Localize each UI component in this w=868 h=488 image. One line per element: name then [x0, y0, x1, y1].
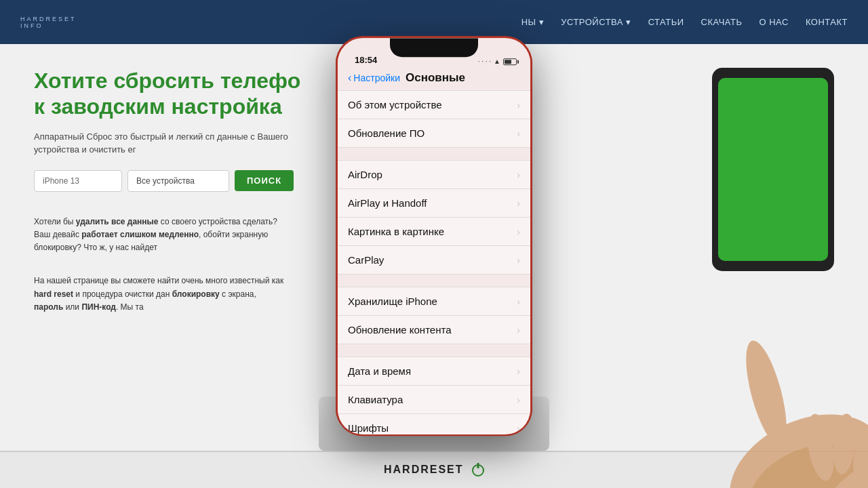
body-text-2: На нашей странице вы сможете найти очень… [0, 264, 319, 324]
settings-item-keyboard[interactable]: Клавиатура › [338, 386, 530, 414]
settings-item-label: CarPlay [348, 254, 384, 266]
settings-item-label: AirDrop [348, 169, 382, 180]
settings-group-1: Об этом устройстве › Обновление ПО › [338, 90, 530, 148]
chevron-icon: › [517, 226, 520, 237]
settings-item-fonts[interactable]: Шрифты › [338, 414, 530, 434]
phone-body: 18:54 · · · · ▲ ‹ Настройки Ос [336, 36, 532, 436]
chevron-icon: › [517, 325, 520, 336]
group-gap-3 [338, 344, 530, 357]
chevron-icon: › [517, 296, 520, 307]
settings-item-label: Об этом устройстве [348, 99, 442, 110]
site-logo: HARDRESET INFO [20, 16, 77, 29]
settings-item-label: Обновление контента [348, 324, 452, 336]
settings-list[interactable]: Об этом устройстве › Обновление ПО › Air… [338, 90, 530, 434]
nav-item-5[interactable]: О НАС [759, 17, 788, 27]
settings-item-label: Обновление ПО [348, 127, 425, 139]
chevron-icon: › [517, 366, 520, 377]
settings-item-about[interactable]: Об этом устройстве › [338, 90, 530, 119]
signal-dots: · · · · [478, 58, 491, 65]
device-filter-select[interactable]: Все устройства [127, 170, 229, 192]
nav-menu: НЫ ▾ УСТРОЙСТВА ▾ СТАТЬИ СКАЧАТЬ О НАС К… [521, 17, 848, 27]
battery-fill [505, 60, 511, 64]
settings-item-airdrop[interactable]: AirDrop › [338, 160, 530, 189]
nav-back-button[interactable]: ‹ Настройки [348, 72, 400, 84]
logo-sub: INFO [20, 22, 77, 29]
phone-wrapper: 18:54 · · · · ▲ ‹ Настройки Ос [336, 36, 532, 436]
chevron-icon: › [517, 423, 520, 434]
settings-item-label: Дата и время [348, 365, 411, 377]
settings-group-3: Хранилище iPhone › Обновление контента › [338, 287, 530, 344]
phone-navigation: ‹ Настройки Основные [338, 68, 530, 90]
wifi-icon: ▲ [494, 58, 500, 65]
group-gap-2 [338, 274, 530, 287]
back-label: Настройки [353, 73, 400, 83]
right-device-screen [718, 78, 828, 261]
settings-item-label: Клавиатура [348, 394, 403, 405]
chevron-icon: › [517, 198, 520, 209]
settings-item-label: Картинка в картинке [348, 226, 444, 237]
body-text-1: Хотели бы удалить все данные со своего у… [0, 205, 319, 265]
page-title: Основные [406, 71, 465, 85]
phone-inner: 18:54 · · · · ▲ ‹ Настройки Ос [338, 38, 530, 434]
nav-item-6[interactable]: КОНТАКТ [806, 17, 848, 27]
chevron-icon: › [517, 128, 520, 139]
search-button[interactable]: ПОИСК [235, 170, 294, 191]
group-gap-1 [338, 148, 530, 160]
hero-subtext: Аппаратный Сброс это быстрый и легкий сп… [34, 130, 332, 157]
settings-item-airplay[interactable]: AirPlay и Handoff › [338, 189, 530, 218]
nav-item-1[interactable]: НЫ ▾ [521, 17, 545, 27]
chevron-icon: › [517, 100, 520, 110]
search-bar: iPhone 13 Все устройства ПОИСК [34, 170, 332, 192]
nav-item-3[interactable]: СТАТЬИ [648, 17, 684, 27]
battery-icon [503, 58, 517, 65]
logo-text: HARDRESET [20, 16, 77, 22]
nav-item-2[interactable]: УСТРОЙСТВА ▾ [561, 17, 631, 27]
phone-content: ‹ Настройки Основные Об этом устройстве … [338, 68, 530, 434]
chevron-icon: › [517, 255, 520, 266]
status-icons: · · · · ▲ [478, 58, 517, 65]
stand-logo: HARDRESET [384, 464, 484, 476]
phone-notch [390, 38, 478, 57]
settings-group-2: AirDrop › AirPlay и Handoff › Картинка в… [338, 160, 530, 274]
nav-item-4[interactable]: СКАЧАТЬ [701, 17, 743, 27]
right-device-image [712, 68, 834, 271]
settings-item-label: AirPlay и Handoff [348, 197, 427, 209]
back-arrow-icon: ‹ [348, 72, 351, 84]
settings-item-storage[interactable]: Хранилище iPhone › [338, 287, 530, 316]
settings-group-4: Дата и время › Клавиатура › Шрифты › Я [338, 357, 530, 434]
chevron-icon: › [517, 394, 520, 405]
bottom-stand: HARDRESET [0, 451, 868, 488]
settings-item-label: Хранилище iPhone [348, 296, 437, 307]
settings-item-carplay[interactable]: CarPlay › [338, 246, 530, 274]
settings-item-update[interactable]: Обновление ПО › [338, 119, 530, 148]
chevron-icon: › [517, 169, 520, 180]
hero-title: Хотите сбросить телефок заводским настро… [34, 68, 346, 120]
settings-item-content-update[interactable]: Обновление контента › [338, 316, 530, 344]
power-icon [472, 464, 484, 476]
settings-item-datetime[interactable]: Дата и время › [338, 357, 530, 386]
settings-item-label: Шрифты [348, 422, 389, 434]
settings-item-pip[interactable]: Картинка в картинке › [338, 218, 530, 246]
stand-logo-text: HARDRESET [384, 464, 464, 475]
device-search-input[interactable]: iPhone 13 [34, 170, 122, 192]
